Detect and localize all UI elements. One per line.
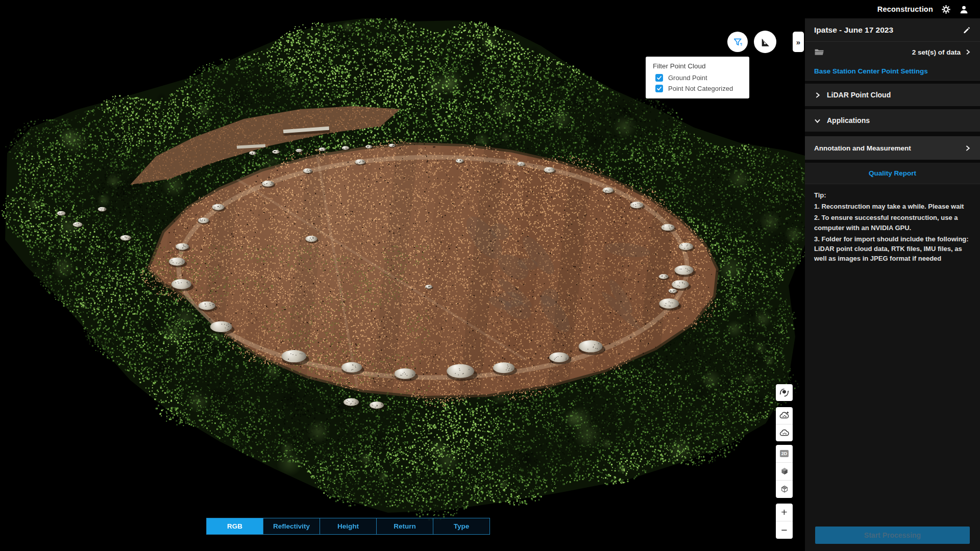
tip-heading: Tip: [814,190,971,200]
point-cloud-add-button[interactable] [776,407,793,424]
filter-option-label: Point Not Categorized [668,85,733,92]
collapse-chevrons-icon: » [796,38,800,46]
point-cloud-tool-group [776,407,793,441]
base-station-row: Base Station Center Point Settings [805,62,980,81]
section-label: Applications [827,116,870,124]
solid-cube-icon [779,466,790,477]
check-icon [656,75,662,81]
filter-panel-title: Filter Point Cloud [653,62,743,70]
orbit-tool-group [776,384,793,401]
base-station-settings-link[interactable]: Base Station Center Point Settings [814,67,928,75]
chevron-right-icon [964,145,971,152]
check-icon [656,86,662,91]
app-root: Reconstruction » [0,0,980,551]
folder-icon [814,48,824,56]
filter-point-cloud-button[interactable] [727,32,748,52]
section-lidar-point-cloud[interactable]: LiDAR Point Cloud [805,84,980,106]
mode-button-height[interactable]: Height [320,518,376,534]
tip-item: 1. Reconstruction may take a while. Plea… [814,202,971,211]
collapse-sidebar-button[interactable]: » [793,32,804,52]
quality-report-link[interactable]: Quality Report [869,169,916,177]
point-not-categorized-checkbox[interactable] [655,85,663,92]
datasets-row[interactable]: 2 set(s) of data [805,42,980,62]
ground-point-checkbox[interactable] [655,74,663,82]
section-applications[interactable]: Applications [805,109,980,132]
edit-pencil-icon[interactable] [963,26,971,34]
top-bar: Reconstruction [0,0,980,18]
tip-text-block: Tip: 1. Reconstruction may take a while.… [805,184,980,527]
plus-icon: + [781,506,787,518]
start-processing-area: Start Processing [805,527,980,551]
zoom-tool-group: + − [776,504,793,539]
chevron-right-icon [814,92,821,98]
chevron-right-icon [965,49,971,55]
display-mode-toolbar: RGB Reflectivity Height Return Type [206,518,490,535]
mode-button-type[interactable]: Type [433,518,489,534]
mode-button-reflectivity[interactable]: Reflectivity [263,518,320,534]
tip-item: 2. To ensure successful reconstruction, … [814,213,971,232]
point-cloud-button[interactable] [776,424,793,441]
solid-model-button[interactable] [776,462,793,480]
divider [805,132,980,136]
set-square-ruler-icon [760,36,771,48]
measure-button[interactable] [754,31,776,53]
open-cube-icon [779,484,790,494]
zoom-in-button[interactable]: + [776,504,793,521]
right-sidebar: Ipatse - June 17 2023 2 set(s) of data B… [805,18,980,551]
project-title-row: Ipatse - June 17 2023 [805,18,980,42]
point-cloud-icon [779,428,790,438]
2d-badge-icon: 2D [780,450,789,457]
account-user-icon[interactable] [959,5,969,14]
orbit-view-icon [779,387,790,398]
sidebar-header: Ipatse - June 17 2023 2 set(s) of data B… [805,18,980,81]
point-cloud-add-icon [779,410,790,421]
view-2d-button[interactable]: 2D [776,445,793,462]
funnel-icon [732,37,743,47]
orbit-view-button[interactable] [776,384,793,401]
quality-report-row: Quality Report [805,163,980,184]
wireframe-model-button[interactable] [776,480,793,498]
filter-option-point-not-categorized[interactable]: Point Not Categorized [655,85,743,92]
zoom-out-button[interactable]: − [776,521,793,539]
section-annotation-measurement[interactable]: Annotation and Measurement [805,136,980,160]
filter-point-cloud-panel: Filter Point Cloud Ground Point Point No… [646,57,749,98]
project-title: Ipatse - June 17 2023 [814,26,893,35]
minus-icon: − [781,524,787,536]
filter-option-label: Ground Point [668,74,707,82]
filter-option-ground-point[interactable]: Ground Point [655,74,743,82]
section-label: LiDAR Point Cloud [827,91,891,99]
tip-item: 3. Folder for import should include the … [814,234,971,264]
chevron-down-icon [814,117,821,124]
section-label: Annotation and Measurement [814,144,911,152]
start-processing-button[interactable]: Start Processing [815,527,970,544]
settings-gear-icon[interactable] [941,5,951,14]
mode-button-return[interactable]: Return [376,518,433,534]
datasets-label: 2 set(s) of data [912,48,961,56]
view-mode-tool-group: 2D [776,445,793,498]
page-title: Reconstruction [877,5,933,13]
mode-button-rgb[interactable]: RGB [207,518,263,534]
